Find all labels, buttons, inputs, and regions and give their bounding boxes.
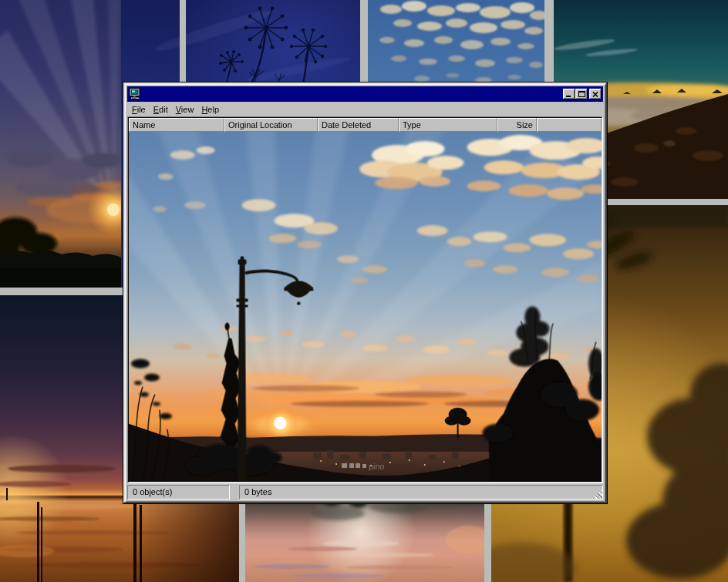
close-icon [592, 92, 598, 97]
column-headers: Name Original Location Date Deleted Type… [129, 118, 602, 132]
column-header-date-deleted[interactable]: Date Deleted [318, 118, 399, 132]
file-list: Name Original Location Date Deleted Type… [127, 116, 603, 483]
column-header-type[interactable]: Type [399, 118, 497, 132]
status-object-count: 0 object(s) [127, 485, 230, 500]
column-header-blank[interactable] [537, 118, 602, 132]
menu-edit[interactable]: Edit [150, 103, 172, 116]
close-button[interactable] [589, 89, 602, 99]
recycle-bin-window: File Edit View Help Name Original Locati… [123, 82, 607, 503]
maximize-button[interactable] [575, 89, 588, 99]
computer-icon [129, 88, 141, 100]
status-bar: 0 object(s) 0 bytes [127, 485, 603, 500]
menu-view[interactable]: View [172, 103, 198, 116]
wallpaper-photo-sunburst-sunset [0, 0, 121, 288]
title-bar[interactable] [127, 86, 603, 102]
desktop: File Edit View Help Name Original Locati… [0, 0, 728, 582]
photo-watermark: pino [369, 462, 385, 471]
sunset-lamp-photo: pino [129, 132, 602, 482]
folder-viewport-photo[interactable]: pino [129, 132, 602, 482]
status-byte-count: 0 bytes [239, 485, 603, 500]
menu-file[interactable]: File [128, 103, 150, 116]
maximize-icon [578, 91, 585, 97]
menu-help[interactable]: Help [197, 103, 223, 116]
column-header-name[interactable]: Name [129, 118, 224, 132]
column-header-size[interactable]: Size [497, 118, 537, 132]
minimize-button[interactable] [563, 89, 575, 99]
column-header-original-location[interactable]: Original Location [224, 118, 318, 132]
minimize-icon [566, 92, 572, 97]
menu-bar: File Edit View Help [127, 102, 603, 116]
